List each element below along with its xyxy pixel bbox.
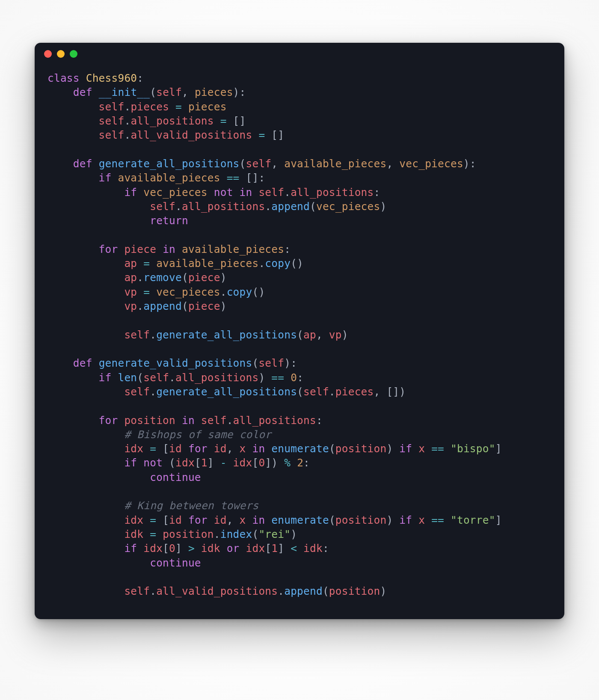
attr-all-positions: all_positions bbox=[233, 414, 316, 427]
var-available-pieces: available_pieces bbox=[118, 172, 220, 184]
self-ref: self bbox=[99, 129, 125, 141]
keyword-in: in bbox=[252, 442, 265, 455]
var-idx: idx bbox=[175, 457, 195, 469]
class-name: Chess960 bbox=[86, 72, 137, 84]
close-icon[interactable] bbox=[44, 50, 52, 58]
attr-all-positions: all_positions bbox=[182, 200, 265, 213]
keyword-for: for bbox=[99, 243, 118, 255]
var-idx: idx bbox=[143, 542, 163, 555]
var-piece: piece bbox=[124, 243, 156, 255]
keyword-def: def bbox=[73, 357, 92, 369]
keyword-for: for bbox=[188, 514, 208, 526]
keyword-if: if bbox=[124, 457, 137, 469]
attr-pieces: pieces bbox=[335, 386, 374, 398]
keyword-if: if bbox=[99, 172, 112, 184]
var-position: position bbox=[124, 414, 175, 427]
num-zero: 0 bbox=[258, 457, 265, 469]
self-ref: self bbox=[303, 386, 329, 398]
keyword-continue: continue bbox=[150, 471, 201, 483]
keyword-or: or bbox=[227, 542, 240, 555]
keyword-continue: continue bbox=[150, 557, 201, 569]
stage: class Chess960: def __init__(self, piece… bbox=[0, 0, 599, 700]
comment-king: # King between towers bbox=[124, 499, 258, 512]
self-ref: self bbox=[258, 186, 284, 199]
var-position: position bbox=[329, 585, 380, 597]
var-piece: piece bbox=[188, 271, 220, 284]
param-vec-pieces: vec_pieces bbox=[399, 157, 463, 170]
call-append: append bbox=[143, 300, 182, 312]
call-gen-all: generate_all_positions bbox=[156, 329, 297, 341]
minimize-icon[interactable] bbox=[57, 50, 65, 58]
keyword-for: for bbox=[99, 414, 118, 427]
keyword-if: if bbox=[124, 542, 137, 555]
var-idk: idk bbox=[124, 528, 143, 540]
var-vp: vp bbox=[124, 286, 137, 298]
attr-all-valid-positions: all_valid_positions bbox=[130, 129, 252, 141]
var-x: x bbox=[418, 514, 425, 526]
comment-bishops: # Bishops of same color bbox=[124, 428, 271, 441]
source-code[interactable]: class Chess960: def __init__(self, piece… bbox=[47, 71, 552, 599]
str-torre: "torre" bbox=[451, 514, 495, 526]
var-available-pieces: available_pieces bbox=[182, 243, 284, 255]
var-ap: ap bbox=[303, 329, 316, 341]
window-titlebar bbox=[35, 43, 564, 65]
keyword-if: if bbox=[99, 371, 112, 384]
var-position: position bbox=[335, 514, 387, 526]
var-idx: idx bbox=[124, 514, 143, 526]
call-gen-all: generate_all_positions bbox=[156, 386, 297, 398]
method-gen-all: generate_all_positions bbox=[99, 157, 240, 170]
zoom-icon[interactable] bbox=[70, 50, 77, 58]
self-ref: self bbox=[150, 200, 175, 213]
call-index: index bbox=[220, 528, 252, 540]
attr-pieces: pieces bbox=[130, 101, 169, 113]
self-param: self bbox=[258, 357, 284, 369]
var-id: id bbox=[169, 442, 182, 455]
keyword-def: def bbox=[73, 86, 92, 98]
call-remove: remove bbox=[143, 271, 182, 284]
keyword-def: def bbox=[73, 157, 92, 170]
keyword-if: if bbox=[399, 442, 412, 455]
call-copy: copy bbox=[265, 257, 291, 270]
num-one: 1 bbox=[271, 542, 278, 555]
call-append: append bbox=[271, 200, 310, 213]
var-idx: idx bbox=[246, 542, 265, 555]
keyword-class: class bbox=[47, 72, 80, 84]
num-zero: 0 bbox=[291, 371, 297, 384]
call-append: append bbox=[284, 585, 323, 597]
var-vp: vp bbox=[329, 329, 342, 341]
keyword-not: not bbox=[143, 457, 163, 469]
self-ref: self bbox=[99, 115, 125, 127]
call-enumerate: enumerate bbox=[271, 514, 329, 526]
keyword-not: not bbox=[214, 186, 233, 199]
self-ref: self bbox=[143, 371, 169, 384]
self-ref: self bbox=[201, 414, 227, 427]
var-position: position bbox=[163, 528, 214, 540]
num-zero: 0 bbox=[169, 542, 175, 555]
var-idk: idk bbox=[201, 542, 220, 555]
var-piece: piece bbox=[188, 300, 220, 312]
param-pieces: pieces bbox=[195, 86, 233, 98]
var-id: id bbox=[169, 514, 182, 526]
var-available-pieces: available_pieces bbox=[156, 257, 258, 270]
keyword-in: in bbox=[182, 414, 195, 427]
self-ref: self bbox=[124, 329, 150, 341]
call-copy: copy bbox=[227, 286, 252, 298]
str-rei: "rei" bbox=[258, 528, 291, 540]
method-init: __init__ bbox=[99, 86, 150, 98]
keyword-in: in bbox=[252, 514, 265, 526]
num-one: 1 bbox=[201, 457, 208, 469]
var-vec-pieces: vec_pieces bbox=[156, 286, 220, 298]
method-gen-valid: generate_valid_positions bbox=[99, 357, 252, 369]
call-enumerate: enumerate bbox=[271, 442, 329, 455]
self-param: self bbox=[246, 157, 271, 170]
var-pieces: pieces bbox=[188, 101, 227, 113]
call-len: len bbox=[118, 371, 137, 384]
var-x: x bbox=[240, 442, 246, 455]
code-area: class Chess960: def __init__(self, piece… bbox=[35, 65, 564, 619]
self-ref: self bbox=[124, 585, 150, 597]
attr-all-positions: all_positions bbox=[175, 371, 258, 384]
var-idk: idk bbox=[303, 542, 323, 555]
keyword-in: in bbox=[163, 243, 175, 255]
var-idx: idx bbox=[233, 457, 252, 469]
keyword-for: for bbox=[188, 442, 208, 455]
